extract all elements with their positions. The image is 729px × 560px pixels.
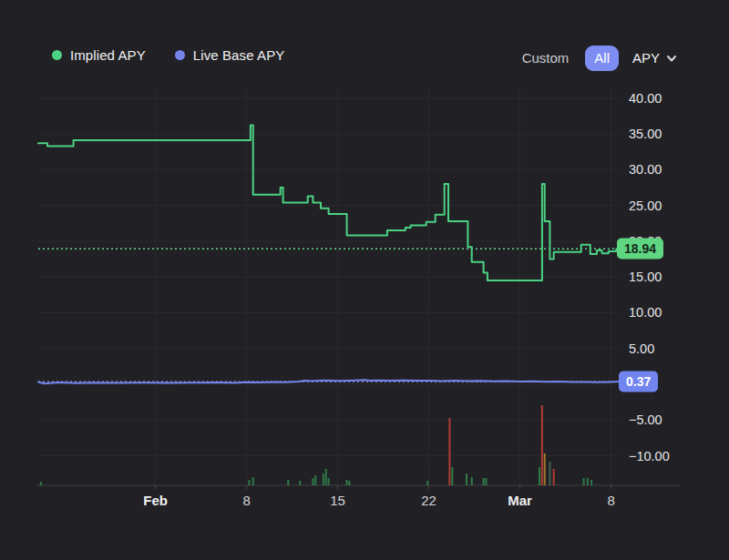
volume-bar xyxy=(328,478,330,485)
volume-bar xyxy=(583,478,585,485)
volume-bar xyxy=(287,480,289,485)
volume-bar xyxy=(325,469,327,485)
x-axis-label: 8 xyxy=(242,493,250,508)
volume-bar xyxy=(248,480,250,485)
implied-apy-line xyxy=(38,126,616,281)
y-axis-label: 40.00 xyxy=(629,91,662,106)
volume-bar xyxy=(348,481,350,485)
volume-bar xyxy=(553,469,555,485)
volume-bar xyxy=(314,475,316,485)
x-axis-label: Feb xyxy=(143,493,168,508)
volume-bar xyxy=(299,481,301,485)
volume-bar xyxy=(323,473,324,485)
y-axis-label: 25.00 xyxy=(629,199,662,213)
volume-bar xyxy=(485,478,487,485)
implied-apy-last-value-badge: 18.94 xyxy=(617,239,663,260)
y-axis-label: 30.00 xyxy=(629,162,662,177)
y-axis-label: −5.00 xyxy=(629,412,662,427)
volume-bar xyxy=(483,478,485,485)
volume-bar xyxy=(40,482,42,485)
volume-bar xyxy=(587,478,589,485)
y-axis-label: 35.00 xyxy=(629,127,662,141)
live-base-apy-last-value-badge: 0.37 xyxy=(619,372,658,392)
y-axis-label: −10.00 xyxy=(629,449,670,463)
volume-bar xyxy=(544,453,546,485)
x-axis-label: Mar xyxy=(508,493,532,508)
volume-bar xyxy=(451,467,453,485)
volume-bar xyxy=(590,480,592,485)
volume-bar xyxy=(252,477,254,485)
chart-canvas[interactable] xyxy=(0,0,729,560)
x-axis-label: 8 xyxy=(607,493,614,508)
apy-chart-panel: Implied APY Live Base APY Custom All APY… xyxy=(0,0,729,560)
volume-bar xyxy=(312,478,313,485)
y-axis-label: 10.00 xyxy=(629,305,662,320)
volume-bar xyxy=(466,473,467,485)
volume-bar xyxy=(471,477,473,485)
volume-bar xyxy=(541,405,543,485)
y-axis-label: 15.00 xyxy=(629,270,662,284)
x-axis-label: 22 xyxy=(421,493,436,508)
volume-bar xyxy=(426,481,428,485)
y-axis-label: 5.00 xyxy=(629,341,654,356)
volume-bar xyxy=(346,480,348,485)
volume-bar xyxy=(549,462,550,485)
volume-bar xyxy=(448,418,450,485)
x-axis-label: 15 xyxy=(330,493,345,508)
volume-bar xyxy=(539,467,540,485)
